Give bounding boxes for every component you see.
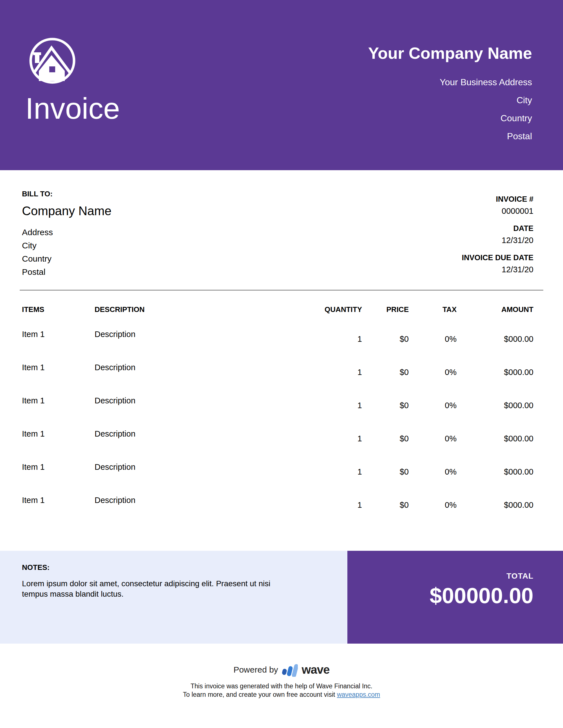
invoice-document-title: Invoice [25, 93, 120, 124]
summary-band: NOTES: Lorem ipsum dolor sit amet, conse… [0, 551, 563, 644]
powered-by-label: Powered by [233, 665, 278, 675]
row-amount: $000.00 [504, 434, 533, 443]
table-row: Item 1 Description 1 $0 0% $000.00 [0, 427, 563, 460]
row-quantity: 1 [358, 368, 362, 377]
table-row: Item 1 Description 1 $0 0% $000.00 [0, 394, 563, 427]
notes-panel: NOTES: Lorem ipsum dolor sit amet, conse… [0, 551, 347, 644]
invoice-due-date-value: 12/31/20 [462, 266, 533, 274]
row-item: Item 1 [22, 462, 45, 472]
row-tax: 0% [445, 334, 457, 344]
row-price: $0 [400, 401, 409, 410]
learn-more-line: To learn more, and create your own free … [0, 690, 563, 699]
row-description: Description [95, 462, 135, 472]
row-price: $0 [400, 467, 409, 477]
row-tax: 0% [445, 500, 457, 510]
wave-brand-word: wave [302, 663, 330, 677]
invoice-number-value: 0000001 [462, 207, 533, 215]
row-amount: $000.00 [504, 368, 533, 377]
table-row: Item 1 Description 1 $0 0% $000.00 [0, 493, 563, 526]
business-country: Country [368, 109, 532, 127]
waveapps-link[interactable]: waveapps.com [337, 691, 380, 698]
row-amount: $000.00 [504, 467, 533, 477]
items-table-header: ITEMS DESCRIPTION QUANTITY PRICE TAX AMO… [0, 305, 563, 314]
row-amount: $000.00 [504, 334, 533, 344]
row-item: Item 1 [22, 429, 45, 439]
bill-to-address: Address [22, 226, 111, 239]
powered-by-row: Powered by wave [0, 660, 563, 680]
generated-line: This invoice was generated with the help… [0, 682, 563, 690]
notes-label: NOTES: [22, 564, 347, 571]
bill-to-label: BILL TO: [22, 190, 111, 197]
bill-to-company: Company Name [22, 205, 111, 217]
company-address: Your Business Address City Country Posta… [368, 73, 532, 145]
bill-to-city: City [22, 239, 111, 252]
row-description: Description [95, 363, 135, 372]
business-city: City [368, 91, 532, 109]
row-item: Item 1 [22, 330, 45, 339]
invoice-date-label: DATE [462, 225, 533, 232]
bill-to-block: BILL TO: Company Name Address City Count… [22, 190, 111, 278]
row-quantity: 1 [358, 401, 362, 410]
invoice-due-date-label: INVOICE DUE DATE [462, 254, 533, 262]
bill-to-country: Country [22, 252, 111, 265]
row-description: Description [95, 396, 135, 405]
row-tax: 0% [445, 368, 457, 377]
row-quantity: 1 [358, 434, 362, 443]
section-divider [20, 290, 543, 291]
row-quantity: 1 [358, 500, 362, 510]
table-row: Item 1 Description 1 $0 0% $000.00 [0, 460, 563, 493]
table-row: Item 1 Description 1 $0 0% $000.00 [0, 360, 563, 394]
invoice-number-label: INVOICE # [462, 196, 533, 203]
row-quantity: 1 [358, 467, 362, 477]
row-price: $0 [400, 434, 409, 443]
table-row: Item 1 Description 1 $0 0% $000.00 [0, 327, 563, 360]
total-panel: TOTAL $00000.00 [347, 551, 563, 644]
header-quantity: QUANTITY [325, 305, 362, 314]
row-price: $0 [400, 334, 409, 344]
header-description: DESCRIPTION [95, 305, 145, 314]
header-tax: TAX [443, 305, 457, 314]
learn-more-prefix: To learn more, and create your own free … [183, 691, 337, 698]
header-price: PRICE [387, 305, 409, 314]
row-amount: $000.00 [504, 401, 533, 410]
invoice-header: Invoice Your Company Name Your Business … [0, 0, 563, 170]
company-name: Your Company Name [368, 45, 532, 61]
row-description: Description [95, 496, 135, 505]
house-in-circle-icon [28, 37, 77, 85]
row-item: Item 1 [22, 363, 45, 372]
row-quantity: 1 [358, 334, 362, 344]
row-item: Item 1 [22, 396, 45, 405]
company-block: Your Company Name Your Business Address … [368, 45, 532, 145]
invoice-date-value: 12/31/20 [462, 236, 533, 244]
row-price: $0 [400, 500, 409, 510]
fine-print: This invoice was generated with the help… [0, 682, 563, 699]
row-amount: $000.00 [504, 500, 533, 510]
header-items: ITEMS [22, 305, 44, 314]
bill-to-postal: Postal [22, 265, 111, 278]
total-label: TOTAL [347, 572, 533, 580]
row-price: $0 [400, 368, 409, 377]
total-amount: $00000.00 [347, 585, 533, 606]
row-tax: 0% [445, 401, 457, 410]
business-postal: Postal [368, 127, 532, 145]
notes-text: Lorem ipsum dolor sit amet, consectetur … [22, 578, 290, 599]
row-tax: 0% [445, 467, 457, 477]
header-amount: AMOUNT [501, 305, 533, 314]
wave-logo-icon [282, 663, 298, 677]
row-item: Item 1 [22, 496, 45, 505]
row-tax: 0% [445, 434, 457, 443]
invoice-meta-block: INVOICE # 0000001 DATE 12/31/20 INVOICE … [462, 196, 533, 283]
invoice-page: Invoice Your Company Name Your Business … [0, 0, 563, 728]
row-description: Description [95, 330, 135, 339]
items-table-body: Item 1 Description 1 $0 0% $000.00 Item … [0, 327, 563, 526]
row-description: Description [95, 429, 135, 439]
business-address-line: Your Business Address [368, 73, 532, 91]
